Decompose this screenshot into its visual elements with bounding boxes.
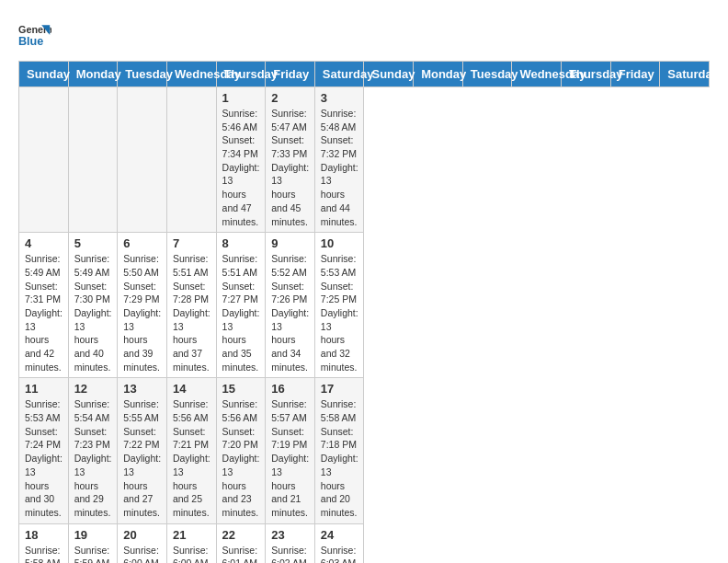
calendar-cell: 3Sunrise: 5:48 AM Sunset: 7:32 PM Daylig…: [314, 87, 364, 233]
calendar-cell: 4Sunrise: 5:49 AM Sunset: 7:31 PM Daylig…: [19, 233, 69, 378]
header-day-tuesday: Tuesday: [118, 62, 167, 87]
calendar-cell: 13Sunrise: 5:55 AM Sunset: 7:22 PM Dayli…: [118, 378, 167, 523]
day-info: Sunrise: 5:49 AM Sunset: 7:31 PM Dayligh…: [25, 252, 63, 373]
header-day-wednesday: Wednesday: [166, 62, 216, 87]
day-number: 15: [222, 382, 260, 396]
logo: General Blue: [18, 18, 55, 52]
calendar-cell: 18Sunrise: 5:58 AM Sunset: 7:17 PM Dayli…: [19, 523, 69, 563]
day-info: Sunrise: 6:00 AM Sunset: 7:14 PM Dayligh…: [123, 544, 161, 563]
calendar-cell: 23Sunrise: 6:02 AM Sunset: 7:11 PM Dayli…: [266, 523, 315, 563]
logo-icon: General Blue: [18, 18, 51, 52]
day-number: 20: [123, 528, 161, 542]
day-number: 14: [173, 382, 210, 396]
day-number: 13: [123, 382, 161, 396]
day-number: 10: [321, 236, 358, 250]
header-monday: Monday: [414, 62, 463, 87]
calendar-cell: 14Sunrise: 5:56 AM Sunset: 7:21 PM Dayli…: [166, 378, 216, 523]
day-number: 22: [222, 528, 260, 542]
day-info: Sunrise: 5:53 AM Sunset: 7:25 PM Dayligh…: [321, 252, 358, 373]
day-info: Sunrise: 5:58 AM Sunset: 7:17 PM Dayligh…: [25, 544, 63, 563]
day-number: 11: [25, 382, 63, 396]
calendar-cell: 12Sunrise: 5:54 AM Sunset: 7:23 PM Dayli…: [68, 378, 118, 523]
day-info: Sunrise: 5:55 AM Sunset: 7:22 PM Dayligh…: [123, 397, 161, 519]
day-number: 16: [271, 382, 309, 396]
day-info: Sunrise: 5:58 AM Sunset: 7:18 PM Dayligh…: [321, 397, 358, 519]
header-day-monday: Monday: [68, 62, 118, 87]
header-thursday: Thursday: [562, 62, 611, 87]
day-info: Sunrise: 5:50 AM Sunset: 7:29 PM Dayligh…: [123, 252, 161, 373]
calendar-cell: 19Sunrise: 5:59 AM Sunset: 7:16 PM Dayli…: [68, 523, 118, 563]
day-info: Sunrise: 5:53 AM Sunset: 7:24 PM Dayligh…: [25, 397, 63, 519]
day-info: Sunrise: 6:01 AM Sunset: 7:12 PM Dayligh…: [222, 544, 260, 563]
svg-text:Blue: Blue: [18, 35, 43, 48]
calendar-table: SundayMondayTuesdayWednesdayThursdayFrid…: [18, 61, 710, 563]
day-info: Sunrise: 5:56 AM Sunset: 7:20 PM Dayligh…: [222, 397, 260, 519]
calendar-cell: 22Sunrise: 6:01 AM Sunset: 7:12 PM Dayli…: [216, 523, 266, 563]
day-number: 7: [173, 236, 210, 250]
day-number: 3: [321, 91, 358, 105]
day-info: Sunrise: 5:59 AM Sunset: 7:16 PM Dayligh…: [74, 544, 112, 563]
day-info: Sunrise: 6:03 AM Sunset: 7:10 PM Dayligh…: [321, 544, 358, 563]
day-info: Sunrise: 5:46 AM Sunset: 7:34 PM Dayligh…: [222, 107, 260, 228]
day-number: 18: [25, 528, 63, 542]
day-info: Sunrise: 5:57 AM Sunset: 7:19 PM Dayligh…: [271, 397, 309, 519]
calendar-week-2: 4Sunrise: 5:49 AM Sunset: 7:31 PM Daylig…: [19, 233, 710, 378]
day-info: Sunrise: 5:52 AM Sunset: 7:26 PM Dayligh…: [271, 252, 309, 373]
day-info: Sunrise: 5:51 AM Sunset: 7:27 PM Dayligh…: [222, 252, 260, 373]
day-number: 23: [271, 528, 309, 542]
header-friday: Friday: [610, 62, 660, 87]
header-tuesday: Tuesday: [462, 62, 512, 87]
calendar-cell: 2Sunrise: 5:47 AM Sunset: 7:33 PM Daylig…: [266, 87, 315, 233]
day-info: Sunrise: 5:51 AM Sunset: 7:28 PM Dayligh…: [173, 252, 210, 373]
calendar-cell: [118, 87, 167, 233]
calendar-week-1: 1Sunrise: 5:46 AM Sunset: 7:34 PM Daylig…: [19, 87, 710, 233]
day-number: 17: [321, 382, 358, 396]
calendar-cell: [166, 87, 216, 233]
calendar-cell: 24Sunrise: 6:03 AM Sunset: 7:10 PM Dayli…: [314, 523, 364, 563]
day-info: Sunrise: 5:47 AM Sunset: 7:33 PM Dayligh…: [271, 107, 309, 228]
calendar-cell: 20Sunrise: 6:00 AM Sunset: 7:14 PM Dayli…: [118, 523, 167, 563]
calendar-cell: 7Sunrise: 5:51 AM Sunset: 7:28 PM Daylig…: [166, 233, 216, 378]
calendar-cell: 9Sunrise: 5:52 AM Sunset: 7:26 PM Daylig…: [266, 233, 315, 378]
header-day-thursday: Thursday: [216, 62, 266, 87]
day-number: 8: [222, 236, 260, 250]
day-number: 21: [173, 528, 210, 542]
calendar-cell: 1Sunrise: 5:46 AM Sunset: 7:34 PM Daylig…: [216, 87, 266, 233]
day-number: 5: [74, 236, 112, 250]
day-number: 4: [25, 236, 63, 250]
calendar-header-row: SundayMondayTuesdayWednesdayThursdayFrid…: [19, 62, 710, 87]
calendar-week-4: 18Sunrise: 5:58 AM Sunset: 7:17 PM Dayli…: [19, 523, 710, 563]
header-wednesday: Wednesday: [512, 62, 562, 87]
day-info: Sunrise: 6:02 AM Sunset: 7:11 PM Dayligh…: [271, 544, 309, 563]
day-info: Sunrise: 6:00 AM Sunset: 7:13 PM Dayligh…: [173, 544, 210, 563]
day-number: 9: [271, 236, 309, 250]
day-info: Sunrise: 5:48 AM Sunset: 7:32 PM Dayligh…: [321, 107, 358, 228]
calendar-week-3: 11Sunrise: 5:53 AM Sunset: 7:24 PM Dayli…: [19, 378, 710, 523]
header-day-sunday: Sunday: [19, 62, 69, 87]
calendar-cell: 17Sunrise: 5:58 AM Sunset: 7:18 PM Dayli…: [314, 378, 364, 523]
calendar-cell: [68, 87, 118, 233]
day-info: Sunrise: 5:56 AM Sunset: 7:21 PM Dayligh…: [173, 397, 210, 519]
calendar-cell: 5Sunrise: 5:49 AM Sunset: 7:30 PM Daylig…: [68, 233, 118, 378]
calendar-cell: 8Sunrise: 5:51 AM Sunset: 7:27 PM Daylig…: [216, 233, 266, 378]
page-header: General Blue: [18, 18, 710, 52]
calendar-cell: [19, 87, 69, 233]
header-day-saturday: Saturday: [314, 62, 364, 87]
calendar-cell: 16Sunrise: 5:57 AM Sunset: 7:19 PM Dayli…: [266, 378, 315, 523]
calendar-cell: 10Sunrise: 5:53 AM Sunset: 7:25 PM Dayli…: [314, 233, 364, 378]
calendar-cell: 21Sunrise: 6:00 AM Sunset: 7:13 PM Dayli…: [166, 523, 216, 563]
day-number: 6: [123, 236, 161, 250]
header-sunday: Sunday: [364, 62, 414, 87]
day-number: 24: [321, 528, 358, 542]
calendar-cell: 6Sunrise: 5:50 AM Sunset: 7:29 PM Daylig…: [118, 233, 167, 378]
day-number: 2: [271, 91, 309, 105]
day-info: Sunrise: 5:49 AM Sunset: 7:30 PM Dayligh…: [74, 252, 112, 373]
header-saturday: Saturday: [660, 62, 710, 87]
day-number: 19: [74, 528, 112, 542]
calendar-cell: 11Sunrise: 5:53 AM Sunset: 7:24 PM Dayli…: [19, 378, 69, 523]
day-number: 1: [222, 91, 260, 105]
calendar-cell: 15Sunrise: 5:56 AM Sunset: 7:20 PM Dayli…: [216, 378, 266, 523]
header-day-friday: Friday: [266, 62, 315, 87]
day-number: 12: [74, 382, 112, 396]
day-info: Sunrise: 5:54 AM Sunset: 7:23 PM Dayligh…: [74, 397, 112, 519]
